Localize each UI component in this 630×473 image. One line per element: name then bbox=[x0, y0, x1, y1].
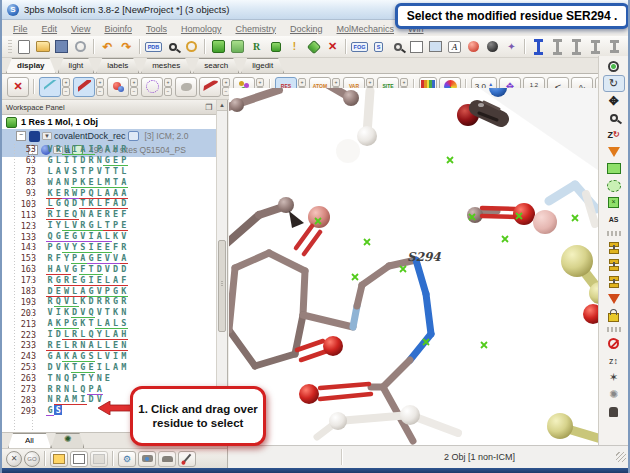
tab-molecule-icon[interactable]: ✺ bbox=[51, 433, 85, 448]
shiny-sphere-button[interactable] bbox=[465, 39, 482, 55]
scrollbar-thumb[interactable] bbox=[218, 240, 226, 332]
menu-item-file[interactable]: File bbox=[6, 24, 35, 34]
residue-letters[interactable]: DEWLAGVPGK bbox=[46, 286, 128, 297]
sequence-row-223[interactable]: 223IDLRLQYLAH bbox=[2, 329, 217, 340]
comment-bubble-icon[interactable] bbox=[128, 131, 139, 141]
residue-letters[interactable]: WANPKELMTA bbox=[46, 177, 128, 188]
skin-style-button[interactable] bbox=[175, 77, 197, 97]
sequence-row-133[interactable]: 133QGEGVIALKV bbox=[2, 231, 217, 242]
go-button[interactable]: GO bbox=[24, 451, 40, 467]
residue-letters[interactable]: IDLRLQYLAH bbox=[46, 329, 128, 340]
sequence-row-233[interactable]: 233RELRNALLEN bbox=[2, 340, 217, 351]
tree-object-row[interactable]: − ▼ covalentDock_rec [3] ICM; 2.0 bbox=[2, 129, 227, 143]
sequence-row-263[interactable]: 263TNQPTYNE bbox=[2, 373, 217, 384]
residue-letters[interactable]: RQVLKDRRGR bbox=[46, 296, 128, 307]
residue-letters[interactable]: LGQDTKLFAD bbox=[46, 198, 128, 209]
search-icon[interactable] bbox=[164, 39, 181, 55]
stick-spinner[interactable]: +− bbox=[96, 78, 104, 96]
sequence-row-93[interactable]: 93KERWPQLAAA bbox=[2, 188, 217, 199]
sequence-row-173[interactable]: 173RGREGIELAF bbox=[2, 275, 217, 286]
z-rotate-button[interactable]: Z↻ bbox=[603, 126, 625, 143]
new-file-button[interactable] bbox=[15, 39, 32, 55]
surface-style-button[interactable] bbox=[141, 77, 163, 97]
residue-letters[interactable]: RIEQNAEREF bbox=[46, 209, 128, 220]
tab-search[interactable]: search bbox=[193, 58, 239, 73]
clamp-button-2[interactable] bbox=[603, 256, 625, 273]
select-rectangle-button[interactable] bbox=[603, 160, 625, 177]
residue-letters[interactable]: GLITDRNGEP bbox=[46, 155, 128, 166]
select-all-button[interactable] bbox=[229, 39, 246, 55]
residue-select-button[interactable]: R bbox=[248, 39, 265, 55]
pan-button[interactable]: ✥ bbox=[603, 92, 625, 109]
residue-letters[interactable]: AKPGKTLALS bbox=[46, 318, 128, 329]
clamp-button-1[interactable] bbox=[603, 239, 625, 256]
stop-button[interactable]: ✕ bbox=[6, 451, 22, 467]
display-level-button[interactable] bbox=[625, 39, 630, 55]
fullscreen-button[interactable] bbox=[427, 39, 444, 55]
residue-letters[interactable]: RFYPAGEVVA bbox=[46, 253, 128, 264]
menu-item-bioinfo[interactable]: Bioinfo bbox=[97, 24, 139, 34]
residue-letters[interactable]: HAVGFTDVDD bbox=[46, 264, 128, 275]
clamp-button-3[interactable] bbox=[603, 273, 625, 290]
float-panel-icon[interactable]: ❐ bbox=[205, 103, 212, 112]
select-box-button[interactable]: × bbox=[603, 194, 625, 211]
ribbon-style-button[interactable] bbox=[199, 77, 221, 97]
residue-letters[interactable]: QGEGVIALKV bbox=[46, 231, 128, 242]
star-button[interactable]: ✶ bbox=[603, 369, 625, 386]
sequence-row-73[interactable]: 73LAVSTPVTTL bbox=[2, 166, 217, 177]
tab-light[interactable]: light bbox=[58, 58, 95, 73]
grid-windows-button[interactable] bbox=[90, 451, 108, 467]
residue-letters[interactable]: VRHIAIPAHR bbox=[46, 144, 128, 155]
hydrogen-toggle-button[interactable]: ✕ bbox=[7, 77, 29, 97]
disable-rotation-button[interactable] bbox=[603, 335, 625, 352]
annotate-pen-button[interactable] bbox=[178, 451, 196, 467]
settings-gear-button[interactable]: ⚙ bbox=[118, 451, 136, 467]
dropdown-icon[interactable]: ▼ bbox=[42, 132, 52, 140]
residue-letters[interactable]: NRAMIDV bbox=[46, 394, 103, 405]
rotate-button[interactable]: ↻ bbox=[603, 75, 625, 92]
select-as-button[interactable]: AS bbox=[603, 211, 625, 228]
hand-button[interactable] bbox=[603, 403, 625, 420]
tab-ligedit[interactable]: ligedit bbox=[241, 58, 284, 73]
residue-letters[interactable]: RGREGIELAF bbox=[46, 275, 128, 286]
ball-spinner[interactable]: +− bbox=[130, 78, 138, 96]
display-level-button[interactable] bbox=[606, 39, 623, 55]
menu-item-homology[interactable]: Homology bbox=[174, 24, 229, 34]
sequence-row-103[interactable]: 103LGQDTKLFAD bbox=[2, 198, 217, 209]
residue-letters[interactable]: PGVYSIEEFR bbox=[46, 242, 128, 253]
quad-view-button[interactable] bbox=[408, 39, 425, 55]
sequence-row-163[interactable]: 163HAVGFTDVDD bbox=[2, 264, 217, 275]
lock-button[interactable] bbox=[603, 307, 625, 324]
residue-letters[interactable]: TNQPTYNE bbox=[46, 373, 112, 383]
menu-item-edit[interactable]: Edit bbox=[35, 24, 65, 34]
sequence-row-53[interactable]: 53VRHIAIPAHR bbox=[2, 144, 217, 155]
torsion-button[interactable] bbox=[603, 143, 625, 160]
display-level-button-active[interactable] bbox=[530, 39, 547, 55]
scroll-up-icon[interactable]: ▲ bbox=[217, 100, 227, 111]
link-select-button[interactable] bbox=[305, 39, 322, 55]
display-level-button[interactable] bbox=[549, 39, 566, 55]
menu-item-chemistry[interactable]: Chemistry bbox=[228, 24, 283, 34]
residue-letters[interactable]: GAKAGSLVIM bbox=[46, 351, 128, 362]
surface-spinner[interactable]: +− bbox=[164, 78, 172, 96]
menu-item-view[interactable]: View bbox=[64, 24, 97, 34]
ball-style-button[interactable] bbox=[107, 77, 129, 97]
origin-button[interactable] bbox=[603, 58, 625, 75]
browse-icon[interactable] bbox=[183, 39, 200, 55]
tree-root-row[interactable]: 1 Res 1 Mol, 1 Obj bbox=[2, 115, 227, 129]
sequence-row-123[interactable]: 123IYLVRGLTPE bbox=[2, 220, 217, 231]
effects-wand-button[interactable]: ✦ bbox=[503, 39, 520, 55]
sync-button[interactable] bbox=[72, 39, 89, 55]
graphics-viewport[interactable]: S294 bbox=[229, 88, 602, 446]
clear-selection-button[interactable]: ✕ bbox=[324, 39, 341, 55]
menu-item-docking[interactable]: Docking bbox=[283, 24, 330, 34]
save-button[interactable] bbox=[53, 39, 70, 55]
antialias-button[interactable]: A bbox=[446, 39, 463, 55]
redo-icon[interactable]: ↷ bbox=[118, 39, 135, 55]
open-file-button[interactable] bbox=[34, 39, 51, 55]
z-scale-button[interactable]: z↕ bbox=[603, 352, 625, 369]
slide-button[interactable] bbox=[158, 451, 176, 467]
resize-grip[interactable] bbox=[616, 452, 626, 462]
workspace-scrollbar[interactable]: ▲ bbox=[216, 100, 227, 432]
residue-letters[interactable]: GS bbox=[46, 405, 62, 416]
